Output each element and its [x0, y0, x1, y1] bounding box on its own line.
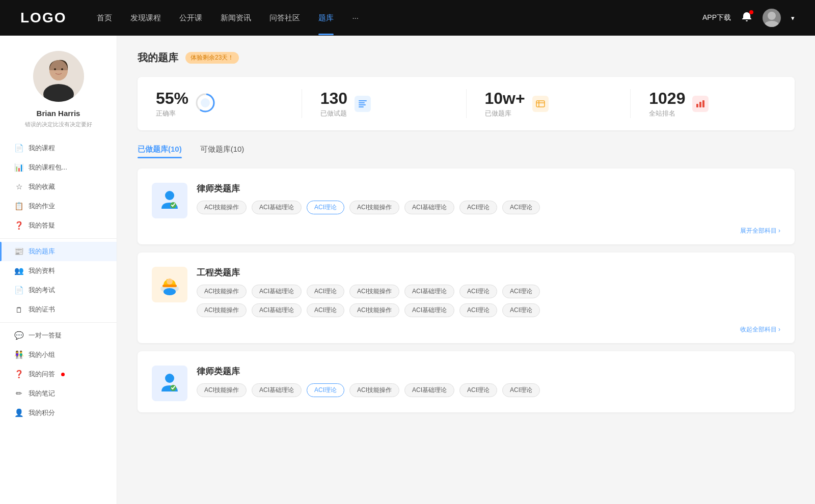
qbank-tag-1-3[interactable]: ACI技能操作 — [349, 201, 399, 214]
qbank-tag-2-r1-3[interactable]: ACI技能操作 — [349, 285, 399, 298]
sidebar-item-my-courses[interactable]: 📄 我的课程 — [0, 138, 117, 158]
qbank-tag-2-r2-4[interactable]: ACI基础理论 — [404, 303, 454, 317]
stat-accuracy-value: 55% — [156, 89, 188, 108]
sidebar-item-course-package[interactable]: 📊 我的课程包... — [0, 158, 117, 177]
qbank-tag-1-6[interactable]: ACI理论 — [502, 201, 540, 214]
homework-icon: 📋 — [14, 202, 23, 211]
expand-link-1[interactable]: 展开全部科目 › — [740, 227, 780, 235]
sidebar-item-qa[interactable]: ❓ 我的答疑 — [0, 216, 117, 235]
stat-rank-text: 1029 全站排名 — [649, 89, 685, 118]
tab-done-banks[interactable]: 已做题库(10) — [138, 145, 182, 158]
qbank-tag-2-r2-1[interactable]: ACI基础理论 — [252, 303, 302, 317]
qbank-tag-2-r1-5[interactable]: ACI理论 — [459, 285, 497, 298]
svg-rect-14 — [359, 106, 364, 107]
sidebar-item-groups[interactable]: 👫 我的小组 — [0, 345, 117, 365]
sidebar-item-homework[interactable]: 📋 我的作业 — [0, 197, 117, 216]
qbank-content-2: 工程类题库 ACI技能操作 ACI基础理论 ACI理论 ACI技能操作 ACI基… — [197, 267, 780, 317]
svg-rect-15 — [536, 101, 545, 107]
qbank-tag-1-2[interactable]: ACI理论 — [307, 201, 344, 214]
sidebar: Brian Harris 错误的决定比没有决定要好 📄 我的课程 📊 我的课程包… — [0, 36, 117, 504]
collapse-link-2[interactable]: 收起全部科目 › — [740, 325, 780, 334]
svg-rect-19 — [699, 102, 701, 107]
sidebar-item-exams[interactable]: 📄 我的考试 — [0, 281, 117, 300]
sidebar-item-notes[interactable]: ✏ 我的笔记 — [0, 384, 117, 403]
sidebar-menu: 📄 我的课程 📊 我的课程包... ☆ 我的收藏 📋 我的作业 ❓ 我的答疑 � — [0, 138, 117, 423]
sidebar-item-qbank[interactable]: 📰 我的题库 — [0, 242, 117, 261]
user-dropdown-arrow[interactable]: ▾ — [791, 14, 795, 22]
stat-done-questions-value: 130 — [320, 89, 347, 108]
qbank-tag-2-r1-0[interactable]: ACI技能操作 — [197, 285, 247, 298]
sidebar-item-certificates[interactable]: 🗒 我的证书 — [0, 300, 117, 319]
nav-open-course[interactable]: 公开课 — [179, 13, 202, 23]
qbank-tag-2-r2-3[interactable]: ACI技能操作 — [349, 303, 399, 317]
sidebar-item-materials[interactable]: 👥 我的资料 — [0, 261, 117, 281]
qbank-tag-1-1[interactable]: ACI基础理论 — [252, 201, 302, 214]
qbank-tag-3-6[interactable]: ACI理论 — [502, 383, 540, 397]
qbank-tag-2-r1-2[interactable]: ACI理论 — [307, 285, 344, 298]
nav-news[interactable]: 新闻资讯 — [221, 13, 251, 23]
sidebar-item-favorites[interactable]: ☆ 我的收藏 — [0, 177, 117, 197]
tab-available-banks[interactable]: 可做题库(10) — [200, 145, 244, 158]
rank-icon — [692, 96, 709, 112]
app-download-button[interactable]: APP下载 — [702, 13, 731, 22]
course-package-icon: 📊 — [14, 163, 23, 172]
sidebar-item-1on1[interactable]: 💬 一对一答疑 — [0, 326, 117, 345]
qbank-icon-engineer — [152, 267, 187, 302]
stat-done-questions-label: 已做试题 — [320, 109, 347, 118]
stat-accuracy-label: 正确率 — [156, 109, 188, 118]
sidebar-item-my-qa[interactable]: ❓ 我的问答 — [0, 365, 117, 384]
svg-rect-24 — [162, 285, 177, 287]
svg-point-28 — [165, 374, 174, 383]
stat-accuracy: 55% 正确率 — [138, 89, 302, 118]
qbank-tag-3-1[interactable]: ACI基础理论 — [252, 383, 302, 397]
page-title: 我的题库 — [138, 51, 178, 65]
qbank-tag-1-0[interactable]: ACI技能操作 — [197, 201, 247, 214]
tabs-row: 已做题库(10) 可做题库(10) — [138, 145, 795, 158]
qbank-tag-3-4[interactable]: ACI基础理论 — [404, 383, 454, 397]
done-banks-icon — [532, 96, 549, 112]
qbank-tag-3-5[interactable]: ACI理论 — [459, 383, 497, 397]
svg-point-0 — [768, 12, 776, 20]
stat-done-questions: 130 已做试题 — [302, 89, 467, 118]
qbank-tag-2-r2-0[interactable]: ACI技能操作 — [197, 303, 247, 317]
svg-point-21 — [165, 191, 174, 200]
qbank-tag-2-r2-6[interactable]: ACI理论 — [502, 303, 540, 317]
qbank-tag-2-r1-1[interactable]: ACI基础理论 — [252, 285, 302, 298]
qa-notification-dot — [61, 373, 65, 376]
qbank-tag-2-r2-2[interactable]: ACI理论 — [307, 303, 344, 317]
stats-row: 55% 正确率 130 已做试题 — [138, 77, 795, 130]
notes-icon: ✏ — [14, 389, 23, 398]
qbank-title-2: 工程类题库 — [197, 267, 780, 278]
qbank-content-1: 律师类题库 ACI技能操作 ACI基础理论 ACI理论 ACI技能操作 ACI基… — [197, 183, 780, 214]
svg-point-6 — [54, 68, 56, 70]
qbank-tag-3-2[interactable]: ACI理论 — [307, 383, 344, 397]
sidebar-motto: 错误的决定比没有决定要好 — [25, 121, 92, 128]
qbank-tag-1-5[interactable]: ACI理论 — [459, 201, 497, 214]
qbank-tag-3-3[interactable]: ACI技能操作 — [349, 383, 399, 397]
qbank-card-lawyer-1: 律师类题库 ACI技能操作 ACI基础理论 ACI理论 ACI技能操作 ACI基… — [138, 169, 795, 244]
stat-done-banks-label: 已做题库 — [485, 109, 525, 118]
nav-qa[interactable]: 问答社区 — [269, 13, 300, 23]
qbank-tag-1-4[interactable]: ACI基础理论 — [404, 201, 454, 214]
qbank-tag-3-0[interactable]: ACI技能操作 — [197, 383, 247, 397]
qbank-footer-1: 展开全部科目 › — [152, 227, 780, 235]
sidebar-item-points[interactable]: 👤 我的积分 — [0, 403, 117, 423]
certificates-icon: 🗒 — [14, 305, 23, 314]
user-avatar[interactable] — [763, 9, 781, 27]
qbank-tag-2-r1-6[interactable]: ACI理论 — [502, 285, 540, 298]
qbank-tag-2-r2-5[interactable]: ACI理论 — [459, 303, 497, 317]
qbank-title-1: 律师类题库 — [197, 183, 780, 194]
nav-home[interactable]: 首页 — [97, 13, 112, 23]
exams-icon: 📄 — [14, 286, 23, 295]
navbar: LOGO 首页 发现课程 公开课 新闻资讯 问答社区 题库 ··· APP下载 … — [0, 0, 815, 36]
accuracy-icon — [196, 93, 215, 115]
qbank-card-header-1: 律师类题库 ACI技能操作 ACI基础理论 ACI理论 ACI技能操作 ACI基… — [152, 183, 780, 218]
nav-qbank[interactable]: 题库 — [318, 13, 334, 23]
nav-courses[interactable]: 发现课程 — [130, 13, 161, 23]
sidebar-divider-2 — [0, 322, 117, 323]
qbank-card-header-3: 律师类题库 ACI技能操作 ACI基础理论 ACI理论 ACI技能操作 ACI基… — [152, 366, 780, 401]
notification-bell[interactable] — [741, 11, 752, 25]
svg-point-1 — [765, 21, 779, 27]
qbank-tag-2-r1-4[interactable]: ACI基础理论 — [404, 285, 454, 298]
nav-more[interactable]: ··· — [352, 13, 359, 23]
